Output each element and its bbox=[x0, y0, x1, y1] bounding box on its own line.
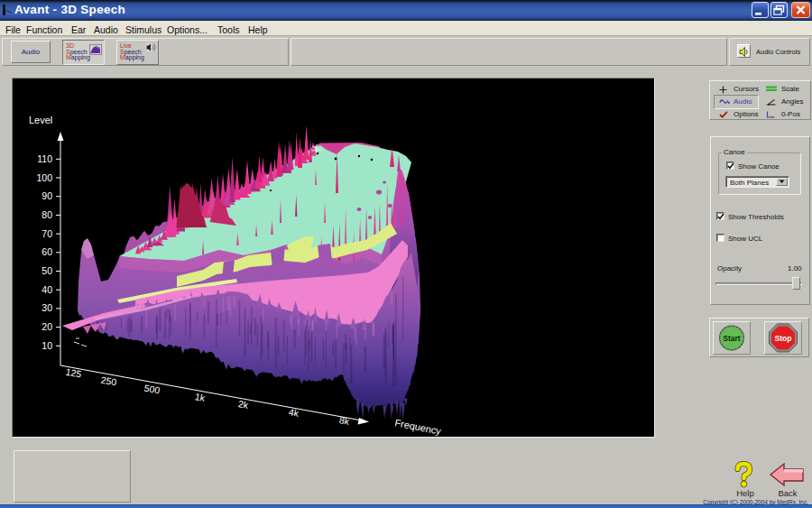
svg-text:30: 30 bbox=[42, 302, 52, 313]
svg-text:110: 110 bbox=[37, 153, 52, 164]
svg-text:50: 50 bbox=[42, 265, 52, 276]
svg-text:90: 90 bbox=[42, 190, 52, 201]
svg-text:Start: Start bbox=[723, 334, 741, 343]
svg-text:Level: Level bbox=[29, 115, 52, 125]
svg-text:60: 60 bbox=[42, 246, 52, 257]
svg-text:70: 70 bbox=[42, 228, 52, 239]
svg-text:Stop: Stop bbox=[775, 334, 792, 343]
svg-text:10: 10 bbox=[42, 340, 52, 351]
svg-text:40: 40 bbox=[42, 284, 52, 295]
svg-text:100: 100 bbox=[36, 172, 52, 183]
svg-text:80: 80 bbox=[42, 209, 52, 220]
svg-text:20: 20 bbox=[42, 321, 52, 332]
